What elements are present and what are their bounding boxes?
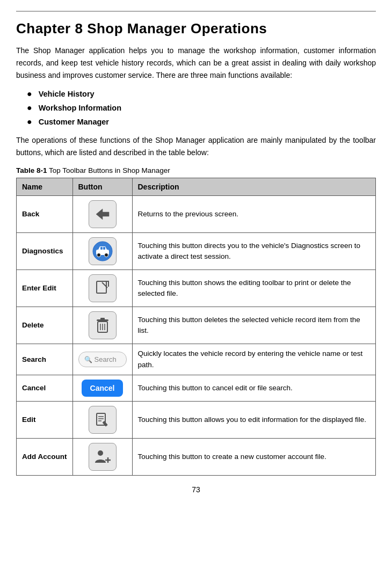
page-number: 73 bbox=[16, 485, 376, 494]
delete-trash-svg bbox=[95, 317, 110, 333]
row-button-delete bbox=[72, 307, 132, 344]
row-desc-edit: Touching this button allows you to edit … bbox=[132, 401, 376, 438]
search-glass-icon: 🔍 bbox=[84, 355, 92, 365]
cancel-button[interactable]: Cancel bbox=[82, 380, 124, 397]
table-row: Cancel Cancel Touching this button to ca… bbox=[17, 375, 376, 401]
enter-edit-svg bbox=[95, 280, 111, 296]
bullet-item-2: Workshop Information bbox=[27, 103, 376, 113]
diagnostics-button-icon[interactable] bbox=[89, 237, 117, 265]
svg-rect-18 bbox=[102, 421, 107, 427]
row-button-cancel: Cancel bbox=[72, 375, 132, 401]
bullet-list: Vehicle History Workshop Information Cus… bbox=[27, 89, 376, 127]
table-row: Add Account Touching this button to crea… bbox=[17, 438, 376, 475]
enter-edit-button-icon[interactable] bbox=[89, 274, 117, 302]
row-button-search: 🔍 Search bbox=[72, 344, 132, 375]
bullet-item-1: Vehicle History bbox=[27, 89, 376, 99]
back-button-icon[interactable] bbox=[89, 200, 117, 228]
svg-point-19 bbox=[98, 450, 103, 456]
toolbar-table: Name Button Description Back Returns to … bbox=[16, 178, 376, 476]
svg-rect-4 bbox=[103, 247, 105, 250]
row-button-add-account bbox=[72, 438, 132, 475]
intro-paragraph: The Shop Manager application helps you t… bbox=[16, 45, 376, 82]
svg-rect-9 bbox=[100, 318, 105, 320]
row-desc-add-account: Touching this button to create a new cus… bbox=[132, 438, 376, 475]
row-desc-search: Quickly locates the vehicle record by en… bbox=[132, 344, 376, 375]
col-header-button: Button bbox=[72, 178, 132, 196]
search-input-mock[interactable]: 🔍 Search bbox=[78, 352, 127, 368]
table-row: Back Returns to the previous screen. bbox=[17, 196, 376, 233]
svg-rect-3 bbox=[100, 247, 103, 250]
row-name-add-account: Add Account bbox=[17, 438, 73, 475]
svg-rect-7 bbox=[97, 281, 106, 293]
svg-point-6 bbox=[104, 253, 108, 257]
row-name-search: Search bbox=[17, 344, 73, 375]
row-desc-back: Returns to the previous screen. bbox=[132, 196, 376, 233]
table-row: Diagnostics bbox=[17, 233, 376, 270]
col-header-name: Name bbox=[17, 178, 73, 196]
back-arrow-svg bbox=[95, 208, 110, 221]
ops-paragraph: The operations of these functions of the… bbox=[16, 134, 376, 159]
table-caption: Table 8-1 Top Toolbar Buttons in Shop Ma… bbox=[16, 166, 376, 174]
table-row: Delete Touching this bu bbox=[17, 307, 376, 344]
diagnostics-car-svg bbox=[92, 241, 113, 261]
row-button-back bbox=[72, 196, 132, 233]
row-button-enter-edit bbox=[72, 270, 132, 307]
add-account-button-icon[interactable] bbox=[89, 443, 117, 471]
edit-button-icon[interactable] bbox=[89, 406, 117, 434]
row-name-back: Back bbox=[17, 196, 73, 233]
search-placeholder-text: Search bbox=[95, 354, 117, 365]
table-row: Search 🔍 Search Quickly locates the vehi… bbox=[17, 344, 376, 375]
chapter-title: Chapter 8 Shop Manager Operations bbox=[16, 20, 376, 37]
edit-file-svg bbox=[95, 412, 111, 428]
row-desc-delete: Touching this button deletes the selecte… bbox=[132, 307, 376, 344]
svg-point-5 bbox=[97, 253, 100, 257]
top-border bbox=[16, 11, 376, 12]
row-desc-enter-edit: Touching this button shows the editing t… bbox=[132, 270, 376, 307]
table-row: Edit Touching this button allows you bbox=[17, 401, 376, 438]
row-name-edit: Edit bbox=[17, 401, 73, 438]
row-desc-diagnostics: Touching this button directs you to the … bbox=[132, 233, 376, 270]
row-name-diagnostics: Diagnostics bbox=[17, 233, 73, 270]
add-account-svg bbox=[93, 449, 112, 465]
col-header-description: Description bbox=[132, 178, 376, 196]
svg-marker-0 bbox=[96, 209, 109, 220]
bullet-item-3: Customer Manager bbox=[27, 117, 376, 127]
row-name-delete: Delete bbox=[17, 307, 73, 344]
delete-button-icon[interactable] bbox=[89, 311, 117, 339]
row-button-diagnostics bbox=[72, 233, 132, 270]
table-row: Enter Edit Touching this button shows th… bbox=[17, 270, 376, 307]
row-button-edit bbox=[72, 401, 132, 438]
row-name-cancel: Cancel bbox=[17, 375, 73, 401]
row-name-enter-edit: Enter Edit bbox=[17, 270, 73, 307]
row-desc-cancel: Touching this button to cancel edit or f… bbox=[132, 375, 376, 401]
